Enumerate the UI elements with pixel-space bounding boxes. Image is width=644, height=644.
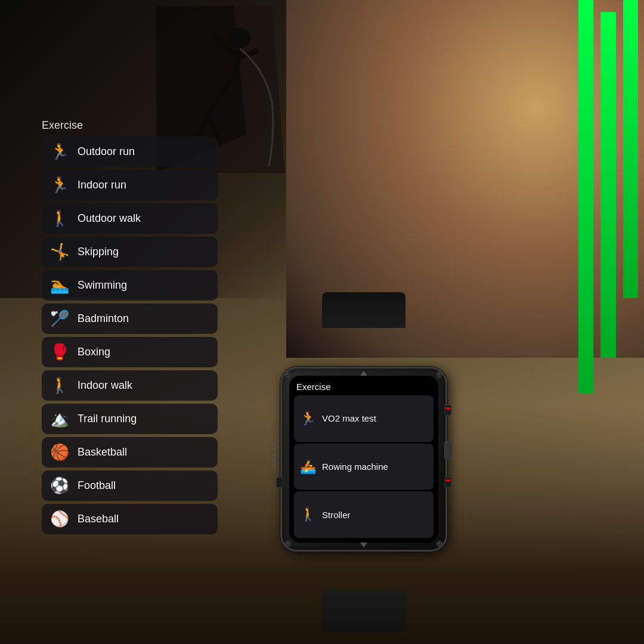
watch-indicator-bottom [360, 543, 367, 547]
exercise-item-swimming[interactable]: 🏊 Swimming [42, 270, 218, 301]
basketball-icon: 🏀 [50, 443, 69, 462]
skipping-icon: 🤸 [50, 243, 69, 261]
outdoor-run-icon: 🏃 [50, 143, 69, 161]
badminton-label: Badminton [78, 312, 129, 325]
green-bars-container [572, 0, 644, 644]
green-bar-2 [600, 12, 615, 358]
baseball-icon: ⚾ [50, 510, 69, 528]
exercise-item-boxing[interactable]: 🥊 Boxing [42, 337, 218, 367]
badminton-icon: 🏸 [50, 309, 69, 328]
green-bar-1 [578, 0, 593, 394]
skipping-label: Skipping [78, 246, 119, 258]
screw-bottom-left [285, 541, 291, 547]
watch-crown[interactable] [444, 441, 453, 459]
stroller-icon: 🚶 [300, 507, 316, 522]
swimming-icon: 🏊 [50, 276, 69, 295]
watch-band-top [322, 292, 405, 328]
watch-button-left[interactable] [276, 477, 283, 488]
watch-band-bottom [322, 590, 405, 632]
watch-screen-title: Exercise [289, 376, 438, 395]
exercise-items-list: 🏃 Outdoor run 🏃 Indoor run 🚶 Outdoor wal… [42, 137, 218, 534]
watch-screen: Exercise 🏃 VO2 max test 🚣 Rowing machine… [289, 376, 438, 543]
watch-item-rowing[interactable]: 🚣 Rowing machine [294, 444, 434, 490]
watch-indicator-top [360, 371, 367, 376]
rowing-icon: 🚣 [300, 459, 316, 475]
screw-bottom-right [436, 541, 442, 547]
outdoor-walk-icon: 🚶 [50, 209, 69, 228]
football-label: Football [78, 479, 116, 492]
vo2max-icon: 🏃 [300, 411, 316, 426]
indoor-walk-icon: 🚶 [50, 376, 69, 395]
exercise-panel-title: Exercise [42, 119, 218, 132]
exercise-item-outdoor-run[interactable]: 🏃 Outdoor run [42, 137, 218, 167]
exercise-item-badminton[interactable]: 🏸 Badminton [42, 304, 218, 334]
swimming-label: Swimming [78, 279, 127, 292]
rowing-label: Rowing machine [322, 462, 388, 472]
stroller-label: Stroller [322, 510, 351, 520]
exercise-item-indoor-walk[interactable]: 🚶 Indoor walk [42, 370, 218, 401]
vo2max-label: VO2 max test [322, 413, 376, 423]
screw-top-left [285, 371, 291, 377]
exercise-item-baseball[interactable]: ⚾ Baseball [42, 504, 218, 534]
indoor-run-label: Indoor run [78, 179, 126, 191]
watch-body: SPORT Exercise 🏃 VO2 max test 🚣 Rowing m… [280, 316, 447, 602]
watch-item-stroller[interactable]: 🚶 Stroller [294, 491, 434, 538]
watch-sport-label: SPORT [271, 441, 277, 466]
watch-screen-items: 🏃 VO2 max test 🚣 Rowing machine 🚶 Stroll… [289, 395, 438, 543]
outdoor-walk-label: Outdoor walk [78, 212, 141, 225]
screw-top-right [436, 371, 442, 377]
exercise-item-outdoor-walk[interactable]: 🚶 Outdoor walk [42, 203, 218, 234]
exercise-item-basketball[interactable]: 🏀 Basketball [42, 437, 218, 467]
watch-case: SPORT Exercise 🏃 VO2 max test 🚣 Rowing m… [280, 367, 447, 552]
exercise-panel: Exercise 🏃 Outdoor run 🏃 Indoor run 🚶 Ou… [42, 119, 218, 534]
watch-button-bottom-right[interactable] [444, 477, 451, 488]
green-bar-3 [623, 0, 638, 298]
exercise-item-skipping[interactable]: 🤸 Skipping [42, 237, 218, 267]
exercise-item-indoor-run[interactable]: 🏃 Indoor run [42, 170, 218, 200]
exercise-item-trail-running[interactable]: 🏔️ Trail running [42, 404, 218, 434]
smartwatch: SPORT Exercise 🏃 VO2 max test 🚣 Rowing m… [262, 316, 465, 626]
basketball-label: Basketball [78, 446, 127, 459]
exercise-item-football[interactable]: ⚽ Football [42, 470, 218, 501]
watch-item-vo2max[interactable]: 🏃 VO2 max test [294, 395, 434, 442]
trail-running-label: Trail running [78, 413, 137, 425]
indoor-walk-label: Indoor walk [78, 379, 132, 392]
baseball-label: Baseball [78, 513, 119, 525]
football-icon: ⚽ [50, 476, 69, 495]
watch-button-top-right[interactable] [444, 405, 451, 416]
outdoor-run-label: Outdoor run [78, 145, 135, 158]
boxing-label: Boxing [78, 346, 110, 358]
boxing-icon: 🥊 [50, 343, 69, 361]
trail-running-icon: 🏔️ [50, 410, 69, 428]
indoor-run-icon: 🏃 [50, 176, 69, 194]
